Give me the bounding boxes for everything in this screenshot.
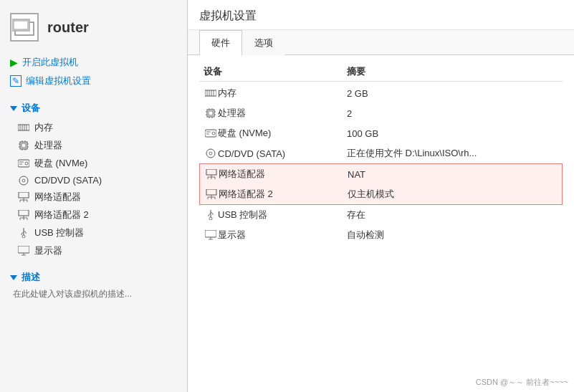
svg-rect-72 (206, 189, 216, 195)
hdd-row-device: 硬盘 (NVMe) (218, 127, 347, 140)
table-row[interactable]: USB 控制器 存在 (199, 205, 563, 225)
table-row[interactable]: CD/DVD (SATA) 正在使用文件 D:\Linux\ISO\rh... (199, 143, 563, 163)
sidebar: router ▶ 开启此虚拟机 ✎ 编辑虚拟机设置 设备 内存 (0, 0, 188, 392)
hdd-icon (17, 158, 30, 168)
display-row-summary: 自动检测 (347, 229, 558, 242)
usb-row-summary: 存在 (347, 209, 558, 221)
svg-rect-42 (18, 246, 29, 253)
col-summary-header: 摘要 (347, 65, 558, 78)
sidebar-item-hdd[interactable]: 硬盘 (NVMe) (13, 155, 177, 172)
hardware-table: 设备 摘要 内存 2 GB 处理器 2 硬盘 (NVMe) 100 GB (188, 55, 574, 252)
cd-row-device: CD/DVD (SATA) (218, 148, 347, 159)
net2-row-summary: 仅主机模式 (348, 188, 558, 201)
sidebar-item-net2-label: 网络适配器 2 (34, 209, 89, 221)
hdd-row-summary: 100 GB (347, 128, 558, 139)
sidebar-item-cd-label: CD/DVD (SATA) (34, 175, 102, 186)
sidebar-item-memory-label: 内存 (34, 121, 53, 134)
svg-rect-8 (20, 142, 27, 149)
svg-rect-84 (205, 230, 216, 237)
display-icon (17, 246, 30, 256)
edit-vm-label: 编辑虚拟机设置 (26, 75, 91, 87)
desc-section-label: 描述 (21, 271, 40, 284)
sidebar-item-cd[interactable]: CD/DVD (SATA) (13, 173, 177, 188)
svg-rect-50 (207, 110, 214, 117)
cpu-row-icon (204, 108, 218, 118)
net2-row-icon (204, 189, 219, 199)
devices-section-label: 设备 (21, 102, 40, 115)
svg-point-23 (22, 179, 25, 182)
svg-rect-45 (205, 90, 216, 96)
svg-rect-24 (19, 192, 29, 198)
net1-row-device: 网络适配器 (219, 168, 348, 181)
play-icon: ▶ (10, 57, 18, 68)
cpu-row-device: 处理器 (218, 107, 347, 120)
svg-point-22 (19, 176, 28, 185)
sidebar-item-cpu[interactable]: 处理器 (13, 137, 177, 154)
svg-rect-66 (206, 169, 216, 175)
display-row-device: 显示器 (218, 229, 347, 242)
sidebar-item-net1-label: 网络适配器 (34, 191, 81, 204)
cd-row-summary: 正在使用文件 D:\Linux\ISO\rh... (347, 147, 558, 160)
sidebar-item-memory[interactable]: 内存 (13, 119, 177, 136)
svg-point-19 (25, 162, 28, 165)
collapse-icon[interactable] (10, 106, 17, 111)
desc-section: 描述 在此处键入对该虚拟机的描述... (0, 265, 187, 303)
svg-point-41 (22, 235, 25, 238)
display-row-icon (204, 230, 218, 240)
cpu-icon (17, 140, 30, 150)
devices-section-header: 设备 (10, 102, 177, 115)
table-row-net2[interactable]: 网络适配器 2 仅主机模式 (199, 184, 563, 205)
table-row[interactable]: 内存 2 GB (199, 83, 563, 103)
footer-text: CSDN @～～ 前往者~~~~ (476, 377, 568, 388)
svg-rect-51 (209, 111, 213, 115)
table-row[interactable]: 处理器 2 (199, 103, 563, 123)
table-header: 设备 摘要 (199, 62, 563, 82)
vm-title: router (47, 19, 89, 36)
memory-row-icon (204, 89, 218, 97)
svg-point-61 (212, 132, 215, 135)
desc-section-header: 描述 (10, 271, 177, 284)
dialog-title: 虚拟机设置 (188, 0, 574, 30)
net1-icon (17, 192, 30, 202)
col-device-header: 设备 (204, 65, 347, 78)
sidebar-item-display-label: 显示器 (34, 244, 62, 257)
tabs: 硬件 选项 (188, 30, 574, 55)
start-vm-label: 开启此虚拟机 (22, 56, 78, 69)
tab-options[interactable]: 选项 (242, 30, 285, 55)
sidebar-item-usb-label: USB 控制器 (34, 226, 84, 239)
edit-icon: ✎ (10, 75, 21, 87)
table-row-net1[interactable]: 网络适配器 NAT (199, 163, 563, 185)
vm-header: router (0, 7, 187, 52)
vm-icon (10, 13, 39, 42)
svg-rect-9 (21, 143, 26, 148)
desc-collapse-icon[interactable] (10, 275, 17, 280)
edit-vm-button[interactable]: ✎ 编辑虚拟机设置 (10, 73, 177, 89)
svg-point-64 (206, 149, 215, 158)
sidebar-item-usb[interactable]: USB 控制器 (13, 224, 177, 242)
svg-rect-2 (14, 21, 28, 29)
sidebar-item-net1[interactable]: 网络适配器 (13, 188, 177, 206)
device-list: 内存 处理器 硬盘 (NVMe) CD/DVD (SATA) (10, 119, 177, 259)
net2-row-device: 网络适配器 2 (219, 188, 348, 201)
svg-rect-3 (18, 125, 29, 130)
svg-rect-18 (18, 160, 29, 167)
net2-icon (17, 210, 30, 220)
cpu-row-summary: 2 (347, 108, 558, 119)
memory-row-device: 内存 (218, 87, 347, 100)
net1-row-icon (204, 169, 219, 179)
net1-row-summary: NAT (348, 169, 558, 180)
cd-row-icon (204, 148, 218, 158)
tab-hardware[interactable]: 硬件 (199, 30, 242, 55)
sidebar-item-net2[interactable]: 网络适配器 2 (13, 206, 177, 224)
desc-text: 在此处键入对该虚拟机的描述... (10, 288, 177, 300)
table-row[interactable]: 硬盘 (NVMe) 100 GB (199, 123, 563, 143)
svg-point-65 (209, 152, 212, 155)
sidebar-item-display[interactable]: 显示器 (13, 242, 177, 259)
table-row[interactable]: 显示器 自动检测 (199, 225, 563, 245)
memory-icon (17, 123, 30, 133)
usb-icon (17, 228, 30, 238)
start-vm-button[interactable]: ▶ 开启此虚拟机 (10, 54, 177, 70)
main-content: 虚拟机设置 硬件 选项 设备 摘要 内存 2 GB 处理器 2 (188, 0, 574, 392)
devices-section: 设备 内存 处理器 硬盘 (NVMe) (0, 96, 187, 262)
sidebar-actions: ▶ 开启此虚拟机 ✎ 编辑虚拟机设置 (0, 52, 187, 96)
